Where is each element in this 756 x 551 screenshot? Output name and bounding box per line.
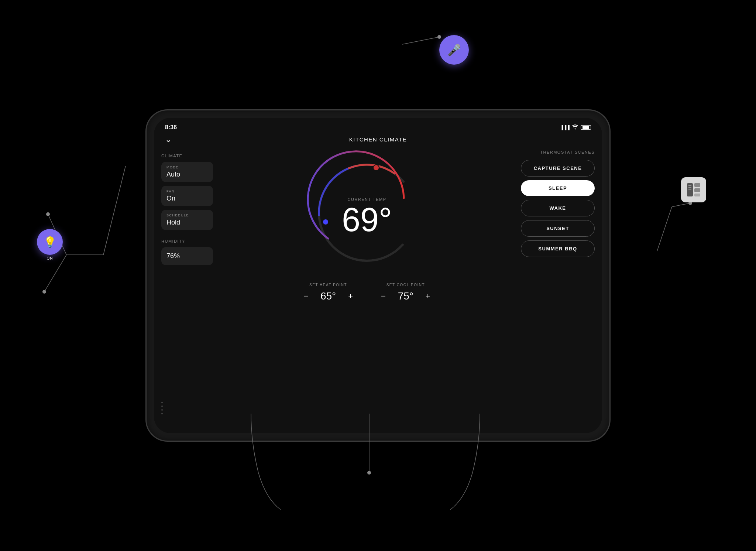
cool-setpoint-label: SET COOL POINT bbox=[386, 283, 425, 287]
mic-button[interactable]: 🎤 bbox=[439, 35, 469, 65]
svg-point-1 bbox=[437, 35, 441, 39]
cool-setpoint-group: SET COOL POINT − 75° + bbox=[378, 283, 433, 302]
status-time: 8:36 bbox=[165, 124, 177, 131]
tablet-frame: 8:36 ▐▐▐ ⌄ KITCHEN CLIMATE CLIMATE bbox=[145, 109, 611, 442]
page-title: KITCHEN CLIMATE bbox=[349, 136, 407, 143]
schedule-label: SCHEDULE bbox=[166, 213, 208, 217]
wifi-icon bbox=[572, 124, 578, 131]
svg-line-0 bbox=[402, 37, 439, 44]
light-circle[interactable]: 💡 bbox=[37, 229, 63, 255]
cool-decrease-button[interactable]: − bbox=[378, 290, 389, 302]
svg-rect-15 bbox=[694, 194, 700, 196]
mic-icon: 🎤 bbox=[447, 44, 461, 57]
mode-value: Auto bbox=[166, 171, 208, 178]
svg-line-8 bbox=[672, 203, 690, 207]
fan-value: On bbox=[166, 195, 208, 202]
humidity-section: HUMIDITY 76% bbox=[161, 237, 213, 265]
signal-icon: ▐▐▐ bbox=[560, 125, 570, 130]
panel-widget[interactable] bbox=[681, 177, 706, 202]
cool-increase-button[interactable]: + bbox=[423, 290, 433, 302]
thermostat-dial[interactable]: CURRENT TEMP 69° bbox=[304, 150, 430, 276]
sleep-scene-button[interactable]: SLEEP bbox=[521, 180, 595, 196]
summer-bbq-scene-button[interactable]: SUMMER BBQ bbox=[521, 240, 595, 257]
cool-setpoint-value: 75° bbox=[395, 290, 417, 302]
cool-setpoint-controls: − 75° + bbox=[378, 290, 433, 302]
capture-scene-button[interactable]: CAPTURE SCENE bbox=[521, 160, 595, 177]
heat-setpoint-label: SET HEAT POINT bbox=[309, 283, 347, 287]
svg-point-11 bbox=[367, 471, 371, 475]
svg-point-5 bbox=[46, 212, 50, 216]
tablet-screen: 8:36 ▐▐▐ ⌄ KITCHEN CLIMATE CLIMATE bbox=[154, 118, 602, 433]
svg-line-3 bbox=[103, 166, 126, 255]
svg-line-6 bbox=[44, 255, 66, 292]
svg-point-7 bbox=[42, 290, 46, 294]
heat-setpoint-value: 65° bbox=[317, 290, 339, 302]
side-dots bbox=[161, 402, 213, 414]
light-status-label: ON bbox=[47, 256, 53, 260]
right-panel: THERMOSTAT SCENES CAPTURE SCENE SLEEP WA… bbox=[521, 146, 595, 421]
status-bar: 8:36 ▐▐▐ bbox=[154, 118, 602, 133]
wake-scene-button[interactable]: WAKE bbox=[521, 200, 595, 216]
current-temp-value: 69° bbox=[342, 201, 392, 238]
center-panel: CURRENT TEMP 69° SET HEAT POINT − 65° + bbox=[220, 146, 513, 421]
humidity-card: 76% bbox=[161, 247, 213, 265]
fan-label: FAN bbox=[166, 189, 208, 193]
schedule-card[interactable]: SCHEDULE Hold bbox=[161, 210, 213, 230]
mode-card[interactable]: MODE Auto bbox=[161, 162, 213, 182]
climate-section-title: CLIMATE bbox=[161, 154, 213, 158]
left-panel: CLIMATE MODE Auto FAN On SCHEDULE Hold bbox=[161, 146, 213, 421]
main-content: CLIMATE MODE Auto FAN On SCHEDULE Hold bbox=[154, 146, 602, 428]
heat-increase-button[interactable]: + bbox=[345, 290, 356, 302]
panel-widget-icon bbox=[686, 182, 701, 197]
svg-rect-14 bbox=[694, 188, 700, 192]
heat-setpoint-group: SET HEAT POINT − 65° + bbox=[300, 283, 356, 302]
sunset-scene-button[interactable]: SUNSET bbox=[521, 220, 595, 237]
cool-indicator-dot[interactable] bbox=[373, 165, 379, 171]
humidity-title: HUMIDITY bbox=[161, 239, 185, 243]
back-button[interactable]: ⌄ bbox=[165, 135, 172, 144]
humidity-value: 76% bbox=[166, 252, 208, 260]
heat-indicator-dot[interactable] bbox=[323, 219, 329, 225]
battery-icon bbox=[581, 125, 591, 130]
schedule-value: Hold bbox=[166, 219, 208, 226]
light-icon: 💡 bbox=[44, 236, 56, 248]
mode-label: MODE bbox=[166, 165, 208, 169]
temp-display: CURRENT TEMP 69° bbox=[342, 197, 392, 236]
svg-line-9 bbox=[657, 207, 672, 251]
fan-card[interactable]: FAN On bbox=[161, 186, 213, 206]
setpoints-row: SET HEAT POINT − 65° + SET COOL POINT − … bbox=[220, 283, 513, 302]
light-widget[interactable]: 💡 ON bbox=[37, 229, 63, 260]
status-icons: ▐▐▐ bbox=[560, 124, 591, 131]
svg-rect-13 bbox=[694, 183, 700, 187]
heat-decrease-button[interactable]: − bbox=[300, 290, 311, 302]
header: ⌄ KITCHEN CLIMATE bbox=[154, 133, 602, 146]
scenes-section-title: THERMOSTAT SCENES bbox=[521, 150, 595, 154]
heat-setpoint-controls: − 65° + bbox=[300, 290, 356, 302]
